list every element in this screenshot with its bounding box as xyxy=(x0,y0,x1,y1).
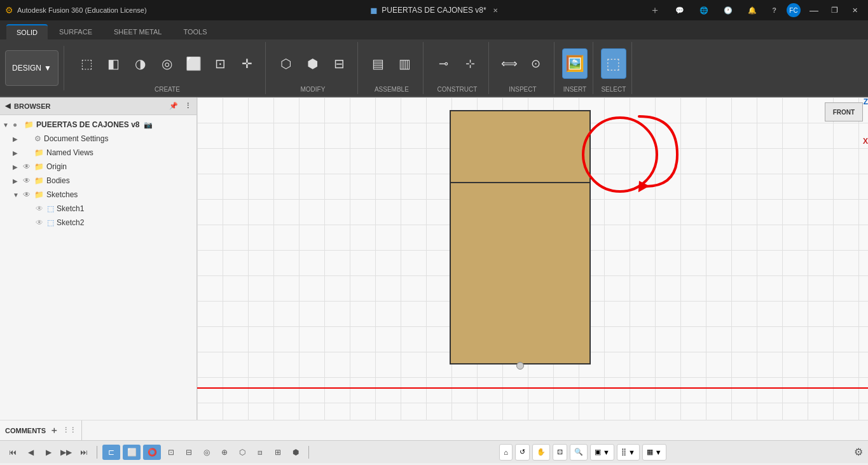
history-btn[interactable]: 🕐 xyxy=(719,4,738,17)
inspect-btn2[interactable]: ⊙ xyxy=(523,48,549,79)
view-options-btn[interactable]: ▦ ▼ xyxy=(642,444,666,461)
modify-btn1[interactable]: ⬡ xyxy=(273,48,299,79)
maximize-btn[interactable]: ❐ xyxy=(827,6,842,15)
browser-origin[interactable]: ▶ 👁 📁 Origin xyxy=(0,160,196,174)
browser-sketches[interactable]: ▼ 👁 📁 Sketches xyxy=(0,188,196,202)
app-icon: ⚙ xyxy=(5,5,13,15)
modify-group: ⬡ ⬢ ⊟ MODIFY xyxy=(268,42,358,94)
select-label: SELECT xyxy=(601,85,626,93)
playback-play-btn[interactable]: ▶ xyxy=(41,445,56,460)
sketch-btn6[interactable]: ◎ xyxy=(199,445,214,460)
playback-first-btn[interactable]: ⏮ xyxy=(5,445,20,460)
browser-root-item[interactable]: ▼ ● 📁 PUEERTAS DE CAJONES v8 📷 xyxy=(0,118,196,132)
revolve-btn[interactable]: ◑ xyxy=(128,48,153,79)
comments-section: COMMENTS ＋ ⋮⋮ xyxy=(5,420,82,440)
pan-btn[interactable]: ✋ xyxy=(532,444,550,461)
insert-btn[interactable]: 🖼️ xyxy=(562,48,588,79)
home-icon: ⌂ xyxy=(504,448,508,456)
display-mode-btn[interactable]: ▣ ▼ xyxy=(590,444,614,461)
browser-sketch2[interactable]: 👁 ⬚ Sketch2 xyxy=(0,216,196,230)
tab-surface[interactable]: SURFACE xyxy=(49,24,102,39)
help-btn[interactable]: ? xyxy=(767,4,782,17)
revolve-icon: ◑ xyxy=(135,56,146,71)
tab-solid[interactable]: SOLID xyxy=(6,24,48,39)
cube-face-front[interactable]: FRONT xyxy=(825,102,863,121)
close-tab-btn[interactable]: ✕ xyxy=(493,7,498,14)
assemble-btn1[interactable]: ▤ xyxy=(366,48,391,79)
assemble-group: ▤ ▥ ASSEMBLE xyxy=(361,42,424,94)
sketch-btn5[interactable]: ⊟ xyxy=(181,445,196,460)
origin-vis: 👁 xyxy=(23,162,33,171)
new-tab-btn[interactable]: ＋ xyxy=(645,1,665,20)
sketch-btn10[interactable]: ⊞ xyxy=(270,445,286,460)
sketch-circle-btn[interactable]: ⭕ xyxy=(143,445,161,460)
browser-bodies[interactable]: ▶ 👁 📁 Bodies xyxy=(0,174,196,188)
view-cube[interactable]: Z FRONT X xyxy=(825,102,863,141)
browser-doc-settings[interactable]: ▶ ⚙ Document Settings xyxy=(0,132,196,146)
tab-sheet-metal[interactable]: SHEET METAL xyxy=(104,24,172,39)
tab-bar: SOLID SURFACE SHEET METAL TOOLS xyxy=(0,20,868,39)
modify-buttons: ⬡ ⬢ ⊟ xyxy=(273,43,352,85)
bodies-vis: 👁 xyxy=(23,176,33,185)
playback-next-btn[interactable]: ▶▶ xyxy=(59,445,74,460)
zoom-btn[interactable]: 🔍 xyxy=(570,444,588,461)
doc-settings-arrow: ▶ xyxy=(13,135,22,142)
notification-btn[interactable]: 🔔 xyxy=(743,4,762,17)
sketch2-vis: 👁 xyxy=(36,218,46,227)
zoom-fit-btn[interactable]: ⊡ xyxy=(553,444,567,461)
construct-btn2[interactable]: ⊹ xyxy=(458,48,483,79)
tab-tools[interactable]: TOOLS xyxy=(173,24,217,39)
minimize-btn[interactable]: — xyxy=(806,5,822,15)
view-options-icon: ▦ xyxy=(647,448,653,456)
user-avatar[interactable]: FC xyxy=(787,3,801,17)
add-comment-btn[interactable]: ＋ xyxy=(50,425,59,436)
orbit-btn[interactable]: ↺ xyxy=(515,444,530,461)
viewport[interactable]: Z FRONT X xyxy=(197,97,868,420)
assemble-btn2[interactable]: ▥ xyxy=(392,48,418,79)
inspect-btn1[interactable]: ⟺ xyxy=(497,48,522,79)
grid-btn[interactable]: ⣿ ▼ xyxy=(617,444,640,461)
sketch-btn8[interactable]: ⬡ xyxy=(235,445,250,460)
web-btn[interactable]: 🌐 xyxy=(694,4,713,17)
sketch-btn4[interactable]: ⊡ xyxy=(163,445,179,460)
browser-header: ◀ BROWSER 📌 ⋮ xyxy=(0,97,196,115)
construct-btn1[interactable]: ⊸ xyxy=(431,48,457,79)
new-component-btn[interactable]: ⬚ xyxy=(74,48,100,79)
select-btn[interactable]: ⬚ xyxy=(601,48,626,79)
comment-btn[interactable]: 💬 xyxy=(670,4,689,17)
browser-panel: ◀ BROWSER 📌 ⋮ ▼ ● 📁 PUEERTAS DE CAJONES … xyxy=(0,97,197,420)
close-btn[interactable]: ✕ xyxy=(847,6,863,15)
browser-collapse-icon[interactable]: ◀ xyxy=(5,102,10,110)
home-view-btn[interactable]: ⌂ xyxy=(499,444,513,461)
browser-sketch1[interactable]: 👁 ⬚ Sketch1 xyxy=(0,202,196,216)
hole-btn[interactable]: ◎ xyxy=(155,48,180,79)
sketches-label: Sketches xyxy=(46,190,78,199)
sketch-btn11[interactable]: ⬢ xyxy=(288,445,303,460)
display-chevron: ▼ xyxy=(603,448,610,456)
view-options-chevron: ▼ xyxy=(655,448,662,456)
browser-named-views[interactable]: ▶ 📁 Named Views xyxy=(0,146,196,160)
construct-icon2: ⊹ xyxy=(465,57,475,71)
move-copy-btn[interactable]: ✛ xyxy=(235,48,260,79)
playback-last-btn[interactable]: ⏭ xyxy=(76,445,92,460)
insert-icon: 🖼️ xyxy=(565,55,584,73)
sketch-btn7[interactable]: ⊕ xyxy=(217,445,232,460)
sketch-line-btn[interactable]: ⊏ xyxy=(102,445,120,460)
browser-pin-icon[interactable]: 📌 xyxy=(169,102,178,110)
split-btn[interactable]: ⊟ xyxy=(327,48,352,79)
more-create-btn[interactable]: ⬜ xyxy=(181,48,207,79)
modify-btn2[interactable]: ⬢ xyxy=(300,48,326,79)
browser-expand-icon[interactable]: ⋮ xyxy=(184,102,191,110)
sketch-btn9[interactable]: ⧈ xyxy=(252,445,268,460)
extrude-btn[interactable]: ◧ xyxy=(101,48,127,79)
sketch-rect-btn[interactable]: ⬜ xyxy=(123,445,141,460)
extrude-icon: ◧ xyxy=(107,56,120,71)
design-dropdown-btn[interactable]: DESIGN ▼ xyxy=(5,50,59,86)
settings-gear-btn[interactable]: ⚙ xyxy=(854,446,863,458)
mirror-btn[interactable]: ⊡ xyxy=(208,48,233,79)
inspect-icon1: ⟺ xyxy=(501,57,518,71)
playback-prev-btn[interactable]: ◀ xyxy=(23,445,38,460)
inspect-icon2: ⊙ xyxy=(531,57,541,71)
viewport-controls: ⌂ ↺ ✋ ⊡ 🔍 ▣ ▼ ⣿ ▼ ▦ ▼ xyxy=(499,444,666,461)
sketch2-label: Sketch2 xyxy=(57,218,84,227)
